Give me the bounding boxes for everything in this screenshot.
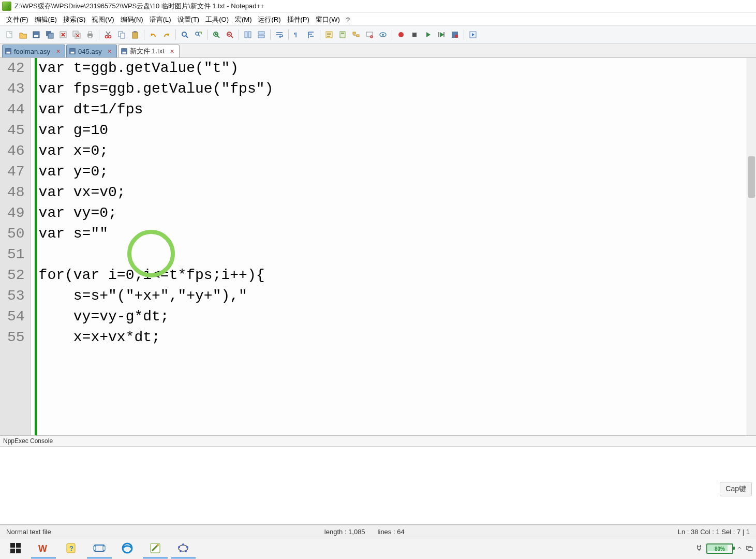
taskbar-taskview[interactable] — [87, 539, 112, 558]
nppexec-run-button[interactable] — [467, 28, 479, 41]
menu-file[interactable]: 文件(F) — [3, 14, 32, 25]
code-line[interactable]: var fps=ggb.getValue("fps") — [39, 79, 756, 99]
file-saved-icon — [5, 48, 12, 55]
line-number: 49 — [7, 203, 25, 224]
menu-run[interactable]: 运行(R) — [255, 14, 284, 25]
line-number: 44 — [7, 99, 25, 120]
cut-button[interactable] — [102, 28, 114, 41]
code-line[interactable]: var y=0; — [39, 161, 756, 182]
code-line[interactable]: s=s+"("+x+","+y+")," — [39, 286, 756, 306]
svg-point-59 — [179, 545, 188, 551]
menu-encoding[interactable]: 编码(N) — [117, 14, 146, 25]
menu-macro[interactable]: 宏(M) — [232, 14, 255, 25]
document-tab[interactable]: foolman.asy✕ — [2, 45, 65, 57]
save-macro-button[interactable] — [449, 28, 461, 41]
svg-rect-36 — [412, 33, 417, 37]
monitor-button[interactable] — [363, 28, 376, 41]
scrollbar-thumb[interactable] — [748, 156, 755, 198]
document-tab[interactable]: 新文件 1.txt✕ — [118, 45, 180, 57]
close-button[interactable] — [57, 28, 69, 41]
menu-window[interactable]: 窗口(W) — [313, 14, 343, 25]
eye-icon — [379, 31, 387, 39]
svg-point-60 — [178, 546, 180, 548]
save-all-button[interactable] — [43, 28, 56, 41]
menu-search[interactable]: 搜索(S) — [60, 14, 88, 25]
window-title: Z:\WPS缓存\WPSDrive\231965752\WPS云盘\10 临时图… — [14, 0, 264, 12]
zoom-out-button[interactable] — [224, 28, 236, 41]
doc-map-button[interactable] — [336, 28, 349, 41]
code-line[interactable] — [39, 244, 756, 265]
redo-button[interactable] — [160, 28, 173, 41]
taskbar-notepadpp[interactable] — [143, 539, 168, 558]
close-all-button[interactable] — [70, 28, 83, 41]
print-button[interactable] — [84, 28, 96, 41]
save-button[interactable] — [30, 28, 42, 41]
tab-close-button[interactable]: ✕ — [54, 48, 62, 55]
paste-button[interactable] — [129, 28, 141, 41]
func-list-button[interactable] — [323, 28, 335, 41]
tray-network-icon[interactable] — [746, 545, 753, 553]
svg-point-38 — [455, 35, 458, 38]
document-tab[interactable]: 045.asy✕ — [66, 45, 117, 57]
menu-plugins[interactable]: 插件(P) — [284, 14, 313, 25]
taskbar-geogebra[interactable] — [171, 539, 196, 558]
start-button[interactable] — [3, 539, 28, 558]
line-number: 51 — [7, 244, 25, 265]
fold-bar[interactable] — [31, 58, 37, 435]
find-button[interactable] — [179, 28, 191, 41]
undo-button[interactable] — [147, 28, 159, 41]
menu-view[interactable]: 视图(V) — [88, 14, 117, 25]
line-number: 42 — [7, 58, 25, 79]
code-line[interactable]: var vx=v0; — [39, 182, 756, 203]
open-file-button[interactable] — [17, 28, 29, 41]
word-wrap-button[interactable] — [273, 28, 286, 41]
code-line[interactable]: for(var i=0;i<=t*fps;i++){ — [39, 265, 756, 286]
record-macro-button[interactable] — [395, 28, 407, 41]
menu-tools[interactable]: 工具(O) — [202, 14, 232, 25]
stop-macro-button[interactable] — [408, 28, 421, 41]
console-title: NppExec Console — [0, 436, 756, 447]
line-number: 47 — [7, 161, 25, 182]
code-line[interactable]: vy=vy-g*dt; — [39, 306, 756, 327]
indent-guide-button[interactable] — [305, 28, 317, 41]
taskbar-help[interactable]: ? — [59, 539, 84, 558]
console-body[interactable]: Cap键 — [0, 447, 756, 525]
code-line[interactable]: var g=10 — [39, 120, 756, 141]
tab-close-button[interactable]: ✕ — [169, 48, 176, 55]
svg-point-61 — [182, 543, 184, 546]
tray-chevron-up-icon[interactable] — [736, 545, 743, 553]
tab-close-button[interactable]: ✕ — [106, 48, 113, 55]
folder-tree-button[interactable] — [350, 28, 362, 41]
menu-edit[interactable]: 编辑(E) — [32, 14, 60, 25]
code-line[interactable]: var x=0; — [39, 141, 756, 161]
code-line[interactable]: x=x+vx*dt; — [39, 327, 756, 348]
line-number: 43 — [7, 79, 25, 99]
eye-button[interactable] — [377, 28, 389, 41]
menu-settings[interactable]: 设置(T) — [174, 14, 203, 25]
sync-h-button[interactable] — [255, 28, 268, 41]
menu-language[interactable]: 语言(L) — [146, 14, 174, 25]
vertical-scrollbar[interactable] — [747, 58, 756, 435]
taskbar-edge[interactable] — [115, 539, 140, 558]
taskbar-wps[interactable]: W — [31, 539, 56, 558]
sync-v-button[interactable] — [242, 28, 254, 41]
indent-guide-icon — [307, 31, 315, 39]
battery-indicator[interactable]: 80% — [706, 543, 733, 554]
code-line[interactable]: var dt=1/fps — [39, 99, 756, 120]
code-line[interactable]: var vy=0; — [39, 203, 756, 224]
show-all-button[interactable]: ¶ — [291, 28, 304, 41]
menu-help[interactable]: ? — [343, 15, 353, 25]
code-content[interactable]: var t=ggb.getValue("t")var fps=ggb.getVa… — [37, 58, 756, 435]
word-wrap-icon — [275, 31, 284, 39]
code-editor[interactable]: 4243444546474849505152535455 var t=ggb.g… — [0, 58, 756, 435]
tab-label: 新文件 1.txt — [130, 47, 165, 56]
line-number: 52 — [7, 265, 25, 286]
zoom-in-button[interactable] — [210, 28, 223, 41]
code-line[interactable]: var t=ggb.getValue("t") — [39, 58, 756, 79]
play-macro-button[interactable] — [422, 28, 434, 41]
copy-button[interactable] — [115, 28, 128, 41]
rec-list-button[interactable] — [435, 28, 448, 41]
new-file-button[interactable] — [3, 28, 16, 41]
code-line[interactable]: var s="" — [39, 224, 756, 244]
replace-button[interactable] — [192, 28, 204, 41]
